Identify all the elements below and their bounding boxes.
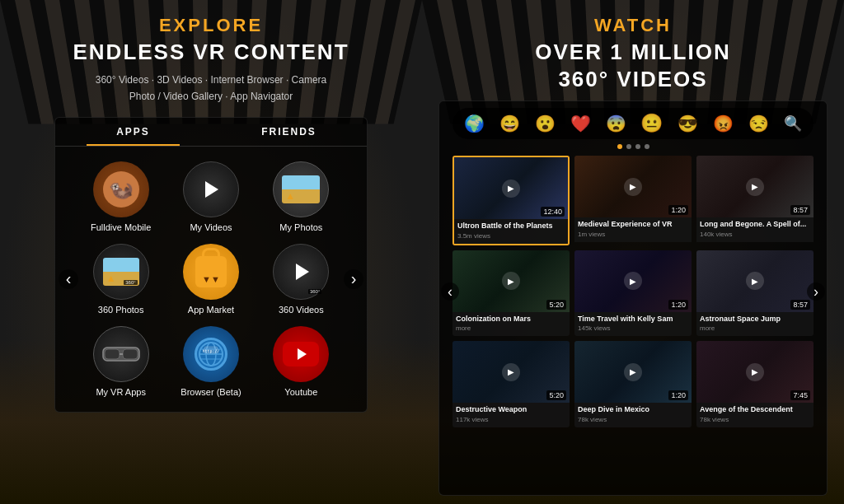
left-content: EXPLORE ENDLESS VR CONTENT 360° Videos ·… — [0, 0, 422, 504]
video-views-6: 117k views — [456, 416, 566, 423]
svg-rect-1 — [105, 349, 120, 359]
dot-4 — [645, 144, 649, 149]
video-info-6: Destructive Weapon 117k views — [452, 403, 570, 427]
app-label-360photos: 360 Photos — [98, 305, 144, 315]
video-grid-wrapper: ‹ ▶ 12:40 Ultron Battle of the Planets 3… — [452, 156, 814, 427]
video-views-5: more — [700, 324, 810, 332]
emoji-wow[interactable]: 😮 — [535, 114, 556, 133]
app-icon-youtube — [273, 326, 329, 382]
emoji-angry[interactable]: 😡 — [713, 114, 734, 133]
video-thumb-2[interactable]: ▶ 8:57 Long and Begone. A Spell of... 14… — [696, 156, 814, 245]
page-dots — [452, 144, 814, 149]
video-thumb-3[interactable]: ▶ 5:20 Colonization on Mars more — [452, 250, 570, 337]
video-duration-4: 1:20 — [668, 300, 688, 310]
app-myVRapps[interactable]: My VR Apps — [80, 326, 162, 397]
app-label-appmarket: App Market — [188, 305, 234, 315]
video-views-4: 145k views — [578, 324, 688, 332]
emoji-scared[interactable]: 😨 — [606, 114, 626, 133]
app-icon-360photos: ▲ 360° — [93, 244, 149, 300]
emoji-happy[interactable]: 😄 — [499, 114, 520, 133]
video-views-1: 1m views — [578, 231, 688, 238]
bag-icon: ▼▼ — [195, 256, 227, 287]
apps-prev-arrow[interactable]: ‹ — [59, 269, 78, 289]
emoji-neutral[interactable]: 😐 — [640, 113, 663, 134]
video-info-0: Ultron Battle of the Planets 3.5m views — [454, 219, 568, 244]
yt-play-icon — [298, 348, 307, 360]
right-content: WATCH OVER 1 MILLION 360° VIDEOS 🌍 😄 😮 ❤… — [422, 0, 844, 504]
app-label-youtube: Youtube — [284, 387, 317, 397]
app-myphotos[interactable]: ▲ My Photos — [260, 161, 342, 232]
video-search-button[interactable]: 🔍 — [784, 114, 802, 133]
video-title-0: Ultron Battle of the Planets — [457, 222, 565, 231]
app-icon-appmarket: ▼▼ — [183, 244, 239, 300]
video-thumb-8[interactable]: ▶ 7:45 Avenge of the Descendent 78k view… — [696, 341, 814, 427]
app-icon-myphotos: ▲ — [273, 161, 329, 217]
app-label-myVRapps: My VR Apps — [96, 387, 146, 397]
app-360videos[interactable]: 360° 360 Videos — [260, 244, 342, 315]
dot-2 — [626, 144, 631, 149]
dot-3 — [635, 144, 640, 149]
video-title-5: Astronaut Space Jump — [700, 315, 810, 324]
video-info-2: Long and Begone. A Spell of... 140k view… — [696, 217, 814, 242]
play-overlay-3: ▶ — [502, 272, 520, 290]
video-title-6: Destructive Weapon — [456, 405, 566, 415]
video-bg-2: ▶ 8:57 — [696, 156, 814, 217]
play-overlay-2: ▶ — [746, 178, 764, 196]
app-myvideos[interactable]: My Videos — [170, 161, 251, 232]
app-icon-myvideos — [183, 161, 239, 217]
app-icon-360videos: 360° — [273, 244, 329, 300]
explore-title: ENDLESS VR CONTENT — [73, 40, 349, 65]
app-label-myphotos: My Photos — [279, 222, 322, 232]
right-panel: WATCH OVER 1 MILLION 360° VIDEOS 🌍 😄 😮 ❤… — [422, 0, 844, 504]
app-icon-myVRapps — [93, 326, 149, 382]
app-360photos[interactable]: ▲ 360° 360 Photos — [80, 244, 162, 315]
explore-subtitle: 360° Videos · 3D Videos · Internet Brows… — [96, 72, 327, 105]
vr-goggles-icon — [101, 343, 141, 366]
play-icon-360 — [296, 264, 309, 280]
play-overlay-8: ▶ — [746, 363, 764, 381]
app-youtube[interactable]: Youtube — [260, 326, 342, 397]
play-overlay-4: ▶ — [624, 272, 642, 290]
browser-globe-icon: http:// — [195, 338, 227, 371]
watch-label: WATCH — [594, 15, 672, 36]
app-fulldive[interactable]: 🦦 Fulldive Mobile — [80, 161, 162, 232]
app-browser[interactable]: http:// Browser (Beta) — [170, 326, 251, 397]
video-views-8: 78k views — [700, 416, 810, 423]
video-grid: ▶ 12:40 Ultron Battle of the Planets 3.5… — [452, 156, 814, 427]
app-appmarket[interactable]: ▼▼ App Market — [170, 244, 251, 315]
play-overlay-1: ▶ — [624, 178, 642, 196]
apps-next-arrow[interactable]: › — [344, 269, 363, 289]
video-thumb-0[interactable]: ▶ 12:40 Ultron Battle of the Planets 3.5… — [452, 156, 570, 245]
video-info-8: Avenge of the Descendent 78k views — [696, 403, 814, 427]
video-prev-arrow[interactable]: ‹ — [441, 282, 459, 301]
youtube-button-icon — [283, 342, 319, 366]
video-title-4: Time Travel with Kelly Sam — [578, 315, 688, 324]
video-thumb-5[interactable]: ▶ 8:57 Astronaut Space Jump more — [696, 250, 814, 337]
emoji-cool[interactable]: 😎 — [678, 114, 698, 133]
emoji-heart[interactable]: ❤️ — [570, 114, 591, 133]
app-label-myvideos: My Videos — [190, 222, 232, 232]
video-thumb-4[interactable]: ▶ 1:20 Time Travel with Kelly Sam 145k v… — [574, 250, 692, 337]
video-bg-6: ▶ 5:20 — [452, 341, 570, 403]
tab-friends[interactable]: FRIENDS — [211, 118, 367, 146]
video-next-arrow[interactable]: › — [807, 282, 825, 301]
emoji-meh[interactable]: 😒 — [748, 114, 769, 133]
app-icon-fulldive: 🦦 — [93, 161, 149, 217]
emoji-globe[interactable]: 🌍 — [464, 114, 485, 133]
apps-container: APPS FRIENDS ‹ 🦦 Fulldive Mobile — [54, 117, 368, 413]
tab-apps[interactable]: APPS — [55, 118, 211, 146]
app-label-fulldive: Fulldive Mobile — [91, 222, 151, 232]
video-bg-1: ▶ 1:20 — [574, 156, 692, 217]
svg-text:http://: http:// — [202, 348, 219, 354]
video-views-0: 3.5m views — [457, 232, 565, 240]
video-thumb-7[interactable]: ▶ 1:20 Deep Dive in Mexico 78k views — [574, 341, 692, 427]
video-duration-0: 12:40 — [541, 207, 565, 217]
video-duration-8: 7:45 — [790, 390, 810, 400]
video-duration-3: 5:20 — [546, 300, 566, 310]
watch-title2: 360° VIDEOS — [558, 67, 707, 92]
otter-icon: 🦦 — [103, 171, 139, 208]
video-thumb-1[interactable]: ▶ 1:20 Medieval Experience of VR 1m view… — [574, 156, 692, 245]
play-overlay-7: ▶ — [624, 363, 642, 381]
video-bg-3: ▶ 5:20 — [452, 250, 570, 312]
video-thumb-6[interactable]: ▶ 5:20 Destructive Weapon 117k views — [452, 341, 570, 427]
